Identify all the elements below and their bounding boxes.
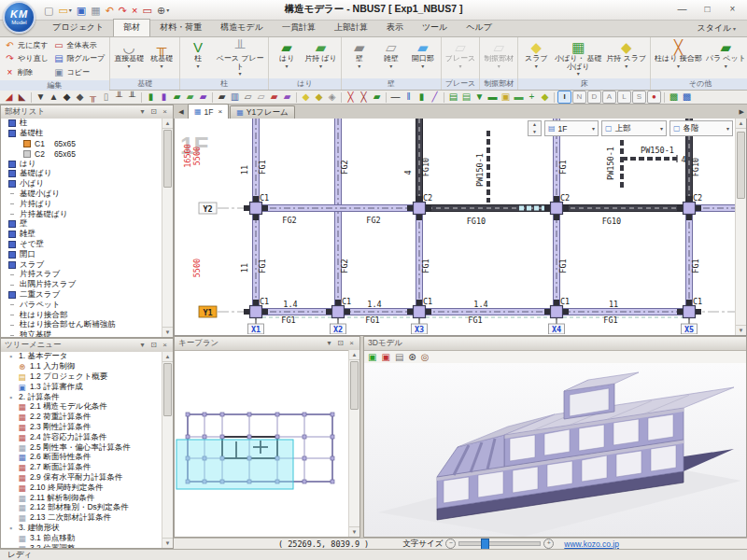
tree-menu-item[interactable]: ▦2.1 構造モデル化条件 (1, 402, 162, 413)
member-list-item[interactable]: 基礎柱 (1, 129, 162, 139)
strip-green-icon[interactable]: ▬ (486, 91, 499, 103)
brace-button[interactable]: ▱ブレース▾ (444, 38, 478, 77)
pipes-icon[interactable]: ‖ (402, 91, 415, 103)
member-list-item[interactable]: 柱はり接合部 (1, 310, 162, 320)
redo-icon[interactable]: ↷ (118, 3, 128, 18)
member-list-item[interactable]: スラブ (1, 259, 162, 270)
brace-green-icon[interactable]: ▰ (371, 91, 383, 103)
snapshot-icon[interactable]: ▤ (395, 352, 403, 363)
panel-pin-icon[interactable]: ⊡ (149, 340, 158, 351)
diamond-olive-icon[interactable]: ◆ (539, 91, 551, 103)
delete-button[interactable]: ×削除 (3, 65, 50, 79)
tab-close-icon[interactable]: × (218, 107, 222, 116)
pile-foundation-button[interactable]: ╥杭基礎▾ (146, 38, 177, 77)
member-list-item[interactable]: パラペット (1, 300, 162, 310)
model-3d-drawing[interactable] (364, 363, 746, 537)
tree-menu-item[interactable]: ▪1. 基本データ (1, 352, 162, 362)
scroll-up-icon[interactable]: ▲ (349, 350, 359, 360)
toggle-d-button[interactable]: D (587, 91, 601, 104)
panel-pin-icon[interactable]: ⊡ (149, 106, 158, 118)
menu-tab-4[interactable]: 構造モデル (211, 20, 273, 36)
view-grid-blue-icon[interactable]: ▩ (681, 91, 693, 103)
display-icon[interactable]: ▭ (142, 3, 153, 18)
undo-button[interactable]: ↶元に戻す (3, 38, 50, 52)
tree-menu-item[interactable]: ▦3.1 節点移動 (1, 533, 162, 543)
document-tab-2[interactable]: ▦Y1フレーム (230, 105, 295, 119)
member-list-item[interactable]: 基礎小ばり (1, 189, 162, 200)
tree-menu-item[interactable]: ▤1.2 プロジェクト概要 (1, 372, 162, 383)
menu-tab-7[interactable]: 表示 (377, 20, 413, 36)
scroll-up-icon[interactable]: ▲ (162, 119, 173, 129)
strip-green2-icon[interactable]: ▬ (513, 91, 525, 103)
base-plate-button[interactable]: ╨ベース プレート▾ (214, 38, 266, 77)
pad-icon[interactable]: ◆ (74, 91, 86, 103)
key-plan-drawing[interactable] (175, 350, 349, 537)
tree-menu-item[interactable]: ▦2.3 剛性計算条件 (1, 423, 162, 433)
tree-menu-item[interactable]: ▦2.13 二次部材計算条件 (1, 513, 162, 524)
slab-yellow2-icon[interactable]: ◆ (313, 91, 325, 103)
brace-x-icon[interactable]: ╳ (345, 91, 357, 103)
parapet-strip-icon[interactable]: ▤ (447, 91, 459, 103)
slab-button[interactable]: ◆スラブ▾ (520, 38, 552, 77)
tree-menu-item[interactable]: ⊛1.1 入力制御 (1, 362, 162, 372)
spin-up-icon[interactable]: ▲ (529, 121, 541, 129)
column-purple-icon[interactable]: ▮ (158, 91, 170, 103)
column-button[interactable]: V柱▾ (182, 38, 214, 77)
member-list-scrollbar[interactable]: ▲ ▼ (162, 119, 173, 337)
beam-green-icon[interactable]: ▰ (171, 91, 183, 103)
plan-view-canvas[interactable]: 1FX1X2X3X4X5Y2Y11650055005500FG111FG2FG1… (174, 119, 747, 336)
scroll-thumb[interactable] (350, 361, 359, 410)
open-file-icon[interactable]: ▭▾ (57, 3, 72, 18)
floor-combo[interactable]: ▤1F▾ (544, 120, 599, 136)
column-green-icon[interactable]: ▮ (145, 91, 157, 103)
scroll-thumb[interactable] (163, 130, 172, 188)
small-beam-button[interactable]: ▦小ばり・ 基礎小ばり▾ (552, 38, 604, 77)
font-size-slider[interactable] (458, 541, 541, 546)
panel-menu-icon[interactable]: ▾ (138, 340, 147, 351)
style-menu-button[interactable]: スタイル (691, 21, 741, 36)
menu-tab-1[interactable]: プロジェクト (43, 20, 113, 36)
member-list-item[interactable]: C265x65 (1, 148, 162, 159)
scroll-thumb[interactable] (163, 363, 172, 416)
zoom-icon[interactable]: ⊕▾ (156, 3, 170, 18)
member-list-item[interactable]: 独立基礎 (1, 330, 162, 337)
beam-green2-icon[interactable]: ▰ (184, 91, 196, 103)
toggle-a-button[interactable]: A (602, 91, 616, 104)
model-3d-viewport[interactable] (364, 363, 746, 537)
beam-purple-icon[interactable]: ▰ (197, 91, 209, 103)
line-member-icon[interactable]: ― (389, 91, 402, 103)
undo-icon[interactable]: ↶ (105, 3, 115, 18)
plus-green-icon[interactable]: + (526, 91, 538, 103)
member-list-item[interactable]: はり (1, 159, 162, 169)
slab-yellow-icon[interactable]: ◆ (300, 91, 312, 103)
tree-menu-item[interactable]: ▦2.11 解析制御条件 (1, 493, 162, 503)
scroll-down-icon[interactable]: ▼ (736, 325, 746, 335)
tree-menu-item[interactable]: ▦2.10 終局時判定条件 (1, 483, 162, 493)
cantilever-beam-button[interactable]: ▰片持 ばり▾ (303, 38, 339, 77)
menu-tab-2[interactable]: 部材 (113, 19, 150, 36)
wall-red-icon[interactable]: ▰ (268, 91, 280, 103)
tree-menu-item[interactable]: ▦2.12 部材種別・Ds判定条件 (1, 503, 162, 513)
plan-drawing[interactable]: 1FX1X2X3X4X5Y2Y11650055005500FG111FG2FG1… (175, 119, 737, 334)
tree-menu-item[interactable]: ▦2.7 断面計算条件 (1, 463, 162, 473)
menu-tab-3[interactable]: 材料・荷重 (150, 20, 211, 36)
brace-x2-icon[interactable]: ╳ (358, 91, 370, 103)
tree-menu-item[interactable]: ▦2.2 荷重計算条件 (1, 413, 162, 423)
scroll-down-icon[interactable]: ▼ (162, 538, 173, 548)
member-list-item[interactable]: 片持基礎ばり (1, 209, 162, 219)
scroll-down-icon[interactable]: ▼ (162, 327, 173, 337)
roof-slope-icon[interactable]: ◢ (3, 91, 15, 103)
view-grid-green-icon[interactable]: ▩ (668, 91, 680, 103)
plan-scrollbar[interactable]: ▲ ▼ (735, 119, 746, 335)
new-file-icon[interactable]: ▢ (43, 3, 54, 18)
panel-menu-icon[interactable]: ▾ (138, 106, 147, 118)
spin-down-icon[interactable]: ▼ (529, 129, 541, 136)
parapet-strip2-icon[interactable]: ▤ (460, 91, 472, 103)
delete-icon[interactable]: × (131, 3, 138, 18)
panel-close-icon[interactable]: × (161, 340, 169, 351)
panel-pin-icon[interactable]: ⊡ (336, 338, 345, 349)
tree-menu-item[interactable]: ▪3. 建物形状 (1, 524, 162, 534)
render-on-icon[interactable]: ▣ (368, 352, 376, 363)
member-list-item[interactable]: 柱はり接合部せん断補強筋 (1, 320, 162, 330)
toggle-l-button[interactable]: L (617, 91, 631, 104)
